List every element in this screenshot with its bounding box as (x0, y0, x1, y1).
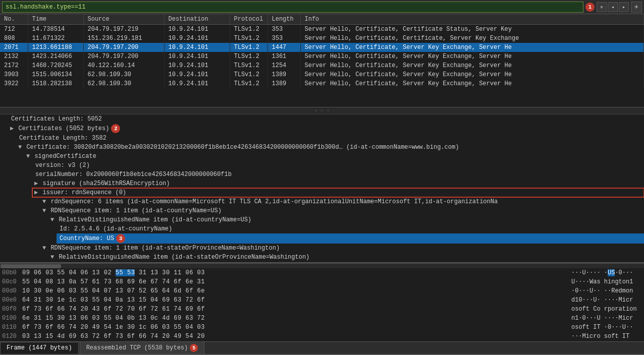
cell-info: Server Hello, Certificate, Server Key Ex… (300, 52, 644, 61)
cell-dst: 10.9.24.101 (164, 25, 230, 34)
cell-dst: 10.9.24.101 (164, 52, 230, 61)
tree-text: Id: 2.5.4.6 (id-at-countryName) (60, 225, 172, 232)
tree-line[interactable]: ▶ signature (sha256WithRSAEncryption) (32, 179, 644, 188)
hex-ascii: U····Was hington1 (571, 277, 642, 286)
tree-text: Certificate: 30820dfa30820be2a0030201020… (26, 144, 459, 151)
table-row[interactable]: 2071 1213.661188 204.79.197.200 10.9.24.… (0, 43, 644, 52)
tree-text: signedCertificate (34, 153, 96, 160)
table-row[interactable]: 2132 1423.214066 204.79.197.200 10.9.24.… (0, 52, 644, 61)
hex-bytes: 09 06 03 55 04 06 13 02 55 53 31 13 30 1… (22, 268, 567, 277)
tree-line[interactable]: ▼ RelativeDistinguishedName item (id-at-… (48, 253, 644, 262)
filter-input[interactable] (2, 2, 583, 13)
cell-time: 1468.720245 (28, 61, 83, 70)
tab-badge-5: 5 (190, 344, 198, 352)
tree-line[interactable]: Certificates Length: 5052 (8, 114, 644, 124)
cell-info: Server Hello, Certificate, Server Key Ex… (300, 70, 644, 79)
divider-dots: · · · (0, 107, 644, 114)
cell-time: 1518.282138 (28, 79, 83, 88)
tree-line[interactable]: Certificate Length: 3582 (16, 134, 644, 143)
cell-dst: 10.9.24.101 (164, 43, 230, 52)
tree-text: CountryName: US (60, 235, 114, 242)
cell-len: 1254 (267, 61, 300, 70)
col-header-destination: Destination (164, 14, 230, 25)
cell-info: Server Hello, Certificate, Certificate S… (300, 25, 644, 34)
cell-src: 204.79.197.200 (83, 52, 164, 61)
expand-icon: ▶ (34, 189, 41, 196)
tree-line[interactable]: ▶ issuer: rdnSequence (0) (32, 188, 644, 197)
table-row[interactable]: 2172 1468.720245 40.122.160.14 10.9.24.1… (0, 61, 644, 70)
tab-0[interactable]: Frame (1447 bytes) (0, 342, 79, 354)
tree-text: RDNSequence item: 1 item (id-at-stateOrP… (50, 245, 280, 252)
tree-line[interactable]: ▶ Certificates (5052 bytes)2 (8, 124, 644, 134)
cell-src: 40.122.160.14 (83, 61, 164, 70)
bookmark-icon[interactable]: ◂ (608, 2, 618, 12)
hex-offset: 0100 (2, 314, 22, 323)
packet-list: No. Time Source Destination Protocol Len… (0, 14, 644, 107)
cell-time: 1423.214066 (28, 52, 83, 61)
table-row[interactable]: 808 11.671322 151.236.219.181 10.9.24.10… (0, 34, 644, 43)
ascii-highlight: US (608, 269, 615, 276)
cell-no: 2071 (0, 43, 28, 52)
expand-icon: ▼ (42, 245, 49, 252)
cell-dst: 10.9.24.101 (164, 61, 230, 70)
cell-src: 151.236.219.181 (83, 34, 164, 43)
col-header-time: Time (28, 14, 83, 25)
badge-3: 3 (116, 234, 125, 243)
cell-len: 353 (267, 34, 300, 43)
scrollbar-thumb[interactable] (1, 264, 61, 268)
cell-time: 11.671322 (28, 34, 83, 43)
tree-line[interactable]: serialNumber: 0x2000060f1b8eb1ce42634683… (32, 170, 644, 179)
cell-info: Server Hello, Certificate, Server Key Ex… (300, 61, 644, 70)
tab-1[interactable]: Reassembled TCP (5538 bytes)5 (80, 341, 205, 354)
hex-row: 00b0 09 06 03 55 04 06 13 02 55 53 31 13… (0, 268, 644, 277)
cell-len: 1447 (267, 43, 300, 52)
tree-line[interactable]: CountryName: US3 (57, 233, 644, 244)
close-filter-button[interactable]: ✕ (597, 2, 607, 12)
horizontal-scrollbar[interactable] (0, 263, 644, 268)
hex-highlight: 55 53 (116, 269, 135, 276)
cell-no: 712 (0, 25, 28, 34)
table-row[interactable]: 712 14.738514 204.79.197.219 10.9.24.101… (0, 25, 644, 34)
tree-line[interactable]: Id: 2.5.4.6 (id-at-countryName) (57, 224, 644, 233)
tree-line[interactable]: ▼ RelativeDistinguishedName item (id-at-… (48, 215, 644, 224)
cell-proto: TLSv1.2 (230, 61, 267, 70)
tree-text: Certificates Length: 5052 (11, 115, 102, 123)
hex-offset: 0120 (2, 332, 22, 341)
tree-line[interactable]: version: v3 (2) (32, 161, 644, 170)
tree-line[interactable]: ▼ RDNSequence item: 1 item (id-at-countr… (40, 206, 644, 215)
hex-ascii: n1·0···U ····Micr (571, 314, 642, 323)
hex-row: 00f0 6f 73 6f 66 74 20 43 6f 72 70 6f 72… (0, 305, 644, 314)
cell-info: Server Hello, Certificate, Server Key Ex… (300, 43, 644, 52)
cell-dst: 10.9.24.101 (164, 79, 230, 88)
tree-line[interactable]: ▼ RDNSequence item: 1 item (id-at-stateO… (40, 244, 644, 253)
hex-ascii: ···Micro soft IT (571, 332, 642, 341)
table-row[interactable]: 3922 1518.282138 62.98.109.30 10.9.24.10… (0, 79, 644, 88)
packet-table: No. Time Source Destination Protocol Len… (0, 14, 644, 88)
tree-line[interactable]: ▼ rdnSequence: 6 items (id-at-commonName… (40, 197, 644, 206)
hex-offset: 00f0 (2, 305, 22, 314)
col-header-no: No. (0, 14, 28, 25)
tree-text: serialNumber: 0x2000060f1b8eb1ce42634683… (35, 171, 232, 178)
hex-bytes: 64 31 30 1e 1c 03 55 04 0a 13 15 04 69 6… (22, 295, 567, 305)
expand-icon: ▼ (18, 144, 25, 151)
tree-line[interactable]: ▼ signedCertificate (24, 152, 644, 161)
table-row[interactable]: 3903 1515.006134 62.98.109.30 10.9.24.10… (0, 70, 644, 79)
hex-offset: 00d0 (2, 286, 22, 295)
hex-offset: 0110 (2, 323, 22, 332)
badge-2: 2 (111, 124, 120, 133)
cell-info: Server Hello, Certificate, Certificate, … (300, 34, 644, 43)
hex-bytes: 10 30 0e 06 03 55 04 07 13 07 52 65 64 6… (22, 286, 567, 295)
cell-src: 204.79.197.219 (83, 25, 164, 34)
arrow-right-icon[interactable]: ▸ (619, 2, 629, 12)
tree-line[interactable]: ▼ Certificate: 30820dfa30820be2a00302010… (16, 143, 644, 152)
add-filter-button[interactable]: + (631, 2, 642, 13)
expand-icon: ▼ (42, 207, 49, 214)
tree-text: RelativeDistinguishedName item (id-at-st… (59, 254, 309, 261)
tree-text: version: v3 (2) (35, 162, 90, 169)
cell-no: 3922 (0, 79, 28, 88)
tab-label: Frame (1447 bytes) (7, 344, 72, 351)
col-header-source: Source (83, 14, 164, 25)
hex-bytes: 6f 73 6f 66 74 20 43 6f 72 70 6f 72 61 7… (22, 305, 567, 314)
hex-row: 00c0 55 04 08 13 0a 57 61 73 68 69 6e 67… (0, 277, 644, 286)
cell-proto: TLSv1.2 (230, 25, 267, 34)
